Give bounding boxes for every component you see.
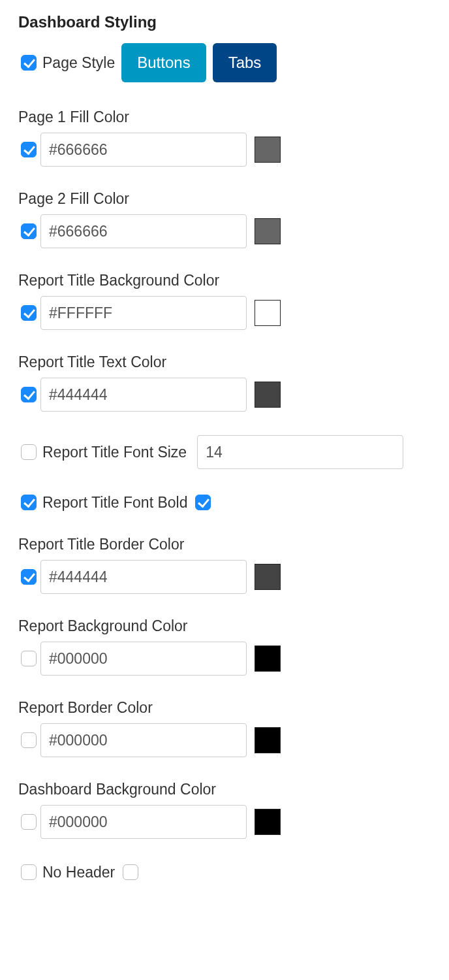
report-bg-label: Report Background Color [18,617,431,635]
title-border-swatch[interactable] [255,564,281,590]
title-bg-field: Report Title Background Color [18,272,431,330]
page-style-buttons-button[interactable]: Buttons [121,43,206,82]
title-font-size-enable-checkbox[interactable] [21,444,37,460]
report-border-swatch[interactable] [255,727,281,753]
page2-fill-enable-checkbox[interactable] [21,223,37,239]
title-font-size-row: Report Title Font Size [18,435,431,469]
title-border-enable-checkbox[interactable] [21,569,37,585]
report-border-field: Report Border Color [18,699,431,757]
page-style-enable-checkbox[interactable] [21,55,37,71]
title-border-input[interactable] [40,560,247,594]
title-font-bold-enable-checkbox[interactable] [21,495,37,510]
page2-fill-input[interactable] [40,214,247,248]
dashboard-bg-input[interactable] [40,805,247,839]
page1-fill-label: Page 1 Fill Color [18,108,431,126]
report-bg-enable-checkbox[interactable] [21,651,37,666]
title-bg-label: Report Title Background Color [18,272,431,289]
title-font-bold-label: Report Title Font Bold [42,494,187,512]
page-style-tabs-button[interactable]: Tabs [213,43,277,82]
page1-fill-swatch[interactable] [255,137,281,163]
no-header-enable-checkbox[interactable] [21,864,37,880]
title-border-label: Report Title Border Color [18,536,431,553]
dashboard-bg-swatch[interactable] [255,809,281,835]
title-text-label: Report Title Text Color [18,353,431,371]
page2-fill-swatch[interactable] [255,218,281,244]
no-header-value-checkbox[interactable] [123,864,138,880]
title-text-swatch[interactable] [255,382,281,408]
dashboard-bg-enable-checkbox[interactable] [21,814,37,830]
page2-fill-field: Page 2 Fill Color [18,190,431,248]
title-bg-swatch[interactable] [255,300,281,326]
page-style-label: Page Style [42,54,115,72]
report-border-input[interactable] [40,723,247,757]
title-text-field: Report Title Text Color [18,353,431,412]
dashboard-bg-field: Dashboard Background Color [18,781,431,839]
title-font-bold-row: Report Title Font Bold [18,493,431,512]
title-bg-enable-checkbox[interactable] [21,305,37,321]
report-bg-swatch[interactable] [255,645,281,672]
no-header-row: No Header [18,862,431,882]
title-font-size-label: Report Title Font Size [42,444,187,461]
page1-fill-enable-checkbox[interactable] [21,142,37,157]
title-font-bold-value-checkbox[interactable] [195,495,211,510]
report-border-label: Report Border Color [18,699,431,717]
report-bg-field: Report Background Color [18,617,431,676]
page2-fill-label: Page 2 Fill Color [18,190,431,208]
page-style-row: Page Style Buttons Tabs [18,43,431,82]
report-bg-input[interactable] [40,642,247,676]
title-font-size-input[interactable] [197,435,403,469]
page1-fill-input[interactable] [40,133,247,167]
no-header-label: No Header [42,864,115,881]
report-border-enable-checkbox[interactable] [21,732,37,748]
dashboard-bg-label: Dashboard Background Color [18,781,431,798]
title-bg-input[interactable] [40,296,247,330]
section-title: Dashboard Styling [18,13,431,31]
title-text-input[interactable] [40,378,247,412]
page1-fill-field: Page 1 Fill Color [18,108,431,167]
title-text-enable-checkbox[interactable] [21,387,37,402]
title-border-field: Report Title Border Color [18,536,431,594]
